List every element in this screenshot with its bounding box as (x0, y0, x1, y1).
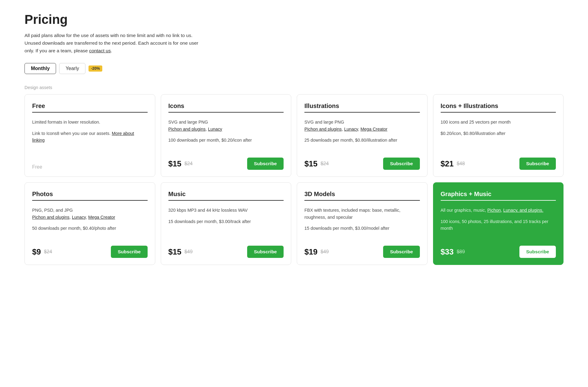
illustrations-price-old: $24 (321, 161, 329, 166)
card-icons-title: Icons (168, 102, 284, 113)
page-subtitle: All paid plans allow for the use of asse… (24, 32, 202, 54)
card-photos-footer: $9 $24 Subscribe (32, 246, 148, 258)
monthly-toggle[interactable]: Monthly (24, 63, 56, 74)
card-photos: Photos PNG, PSD, and JPGPichon and plugi… (24, 182, 155, 265)
section-label: Design assets (24, 85, 564, 90)
pichon-link-gm[interactable]: Pichon (487, 208, 501, 213)
card-illustrations: Illustrations SVG and large PNGPichon an… (297, 94, 428, 177)
3d-models-price-old: $49 (321, 249, 329, 255)
music-price: $15 (168, 247, 182, 256)
graphics-music-subscribe-button[interactable]: Subscribe (519, 246, 556, 258)
card-graphics-music-footer: $33 $89 Subscribe (441, 246, 556, 258)
lunacy-plugins-link-gm[interactable]: Lunacy, and plugins. (503, 208, 543, 213)
icons-illustrations-subscribe-button[interactable]: Subscribe (519, 158, 556, 170)
mega-creator-link-illustrations[interactable]: Mega Creator (360, 127, 387, 132)
card-free-footer: Free (32, 164, 148, 170)
mega-creator-link-photos[interactable]: Mega Creator (88, 215, 115, 220)
music-price-old: $49 (184, 249, 193, 255)
card-graphics-music-title: Graphics + Music (441, 191, 556, 201)
yearly-toggle[interactable]: Yearly (59, 63, 85, 74)
card-music-title: Music (168, 191, 284, 201)
card-photos-title: Photos (32, 191, 148, 201)
contact-us-link[interactable]: contact us (89, 48, 111, 53)
card-icons: Icons SVG and large PNGPichon and plugin… (161, 94, 292, 177)
card-icons-footer: $15 $24 Subscribe (168, 158, 284, 170)
billing-toggle: Monthly Yearly -20% (24, 63, 564, 74)
pichon-plugins-link-illustrations[interactable]: Pichon and plugins (304, 127, 342, 132)
photos-price-old: $24 (44, 249, 52, 255)
card-icons-desc: SVG and large PNGPichon and plugins, Lun… (168, 119, 284, 151)
card-photos-desc: PNG, PSD, and JPGPichon and plugins, Lun… (32, 207, 148, 239)
icons-price: $15 (168, 159, 182, 168)
card-icons-illustrations-footer: $21 $48 Subscribe (441, 158, 556, 170)
photos-price: $9 (32, 247, 41, 256)
graphics-music-price-old: $89 (457, 249, 465, 255)
card-3d-models-footer: $19 $49 Subscribe (304, 246, 420, 258)
card-icons-illustrations-title: Icons + Illustrations (441, 102, 556, 113)
photos-subscribe-button[interactable]: Subscribe (111, 246, 147, 258)
card-music: Music 320 kbps MP3 and 44 kHz lossless W… (161, 182, 292, 265)
page-title: Pricing (24, 12, 564, 27)
card-3d-models-desc: FBX with textures, included maps: base, … (304, 207, 420, 239)
card-graphics-music: Graphics + Music All our graphics, music… (433, 182, 564, 265)
yearly-discount-badge: -20% (89, 65, 102, 72)
pichon-plugins-link-icons[interactable]: Pichon and plugins (168, 127, 206, 132)
free-price-label: Free (32, 164, 42, 170)
icons-illustrations-price-old: $48 (457, 161, 465, 166)
illustrations-price: $15 (304, 159, 318, 168)
cards-row-2: Photos PNG, PSD, and JPGPichon and plugi… (24, 182, 564, 265)
music-subscribe-button[interactable]: Subscribe (247, 246, 284, 258)
illustrations-subscribe-button[interactable]: Subscribe (383, 158, 420, 170)
lunacy-link-illustrations[interactable]: Lunacy (344, 127, 358, 132)
lunacy-link-icons[interactable]: Lunacy (208, 127, 222, 132)
icons-subscribe-button[interactable]: Subscribe (247, 158, 284, 170)
icons-price-old: $24 (184, 161, 193, 166)
3d-models-price: $19 (304, 247, 318, 256)
cards-row-1: Free Limited formats in lower resolution… (24, 94, 564, 177)
icons-illustrations-price: $21 (441, 159, 454, 168)
card-3d-models-title: 3D Models (304, 191, 420, 201)
card-free-desc: Limited formats in lower resolution. Lin… (32, 119, 148, 158)
card-music-footer: $15 $49 Subscribe (168, 246, 284, 258)
card-illustrations-footer: $15 $24 Subscribe (304, 158, 420, 170)
pichon-plugins-link-photos[interactable]: Pichon and plugins (32, 215, 70, 220)
card-illustrations-title: Illustrations (304, 102, 420, 113)
card-icons-illustrations: Icons + Illustrations 100 icons and 25 v… (433, 94, 564, 177)
card-icons-illustrations-desc: 100 icons and 25 vectors per month $0.20… (441, 119, 556, 151)
3d-models-subscribe-button[interactable]: Subscribe (383, 246, 420, 258)
graphics-music-price: $33 (441, 247, 454, 256)
card-illustrations-desc: SVG and large PNGPichon and plugins, Lun… (304, 119, 420, 151)
card-free-title: Free (32, 102, 148, 113)
card-free: Free Limited formats in lower resolution… (24, 94, 155, 177)
card-3d-models: 3D Models FBX with textures, included ma… (297, 182, 428, 265)
card-music-desc: 320 kbps MP3 and 44 kHz lossless WAV 15 … (168, 207, 284, 239)
lunacy-link-photos[interactable]: Lunacy (72, 215, 86, 220)
card-graphics-music-desc: All our graphics, music, Pichon, Lunacy,… (441, 207, 556, 239)
